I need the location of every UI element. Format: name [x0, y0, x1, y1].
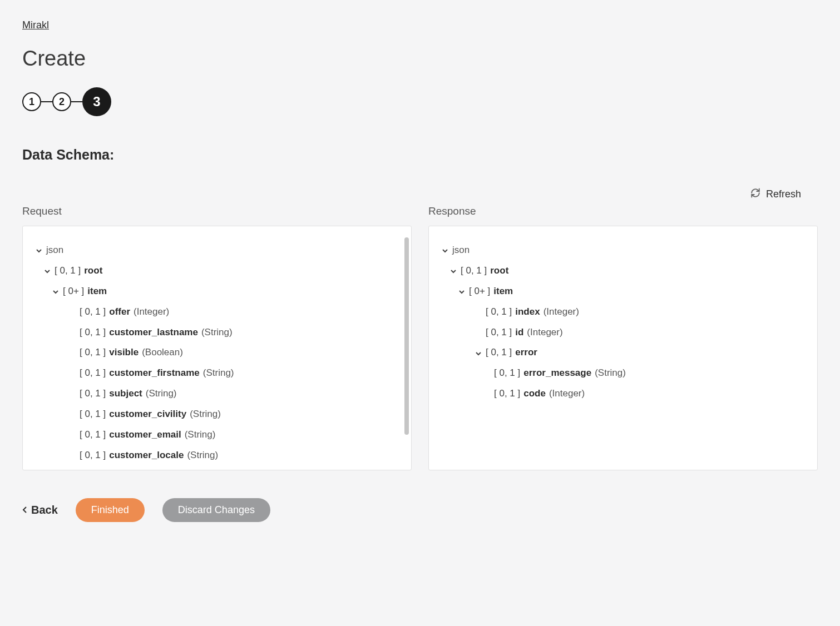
refresh-label: Refresh	[766, 188, 801, 200]
cardinality: [ 0, 1 ]	[55, 263, 81, 279]
chevron-down-icon[interactable]	[52, 289, 58, 294]
field-name: offer	[109, 304, 130, 320]
step-connector	[71, 101, 82, 102]
tree-node: [ 0, 1 ] customer_lastname (String)	[34, 322, 400, 343]
request-label: Request	[22, 205, 412, 217]
response-panel: json[ 0, 1 ] root[ 0+ ] item[ 0, 1 ] ind…	[428, 226, 818, 470]
cardinality: [ 0, 1 ]	[80, 406, 106, 423]
field-name: error	[515, 345, 537, 361]
cardinality: [ 0, 1 ]	[486, 304, 512, 320]
step-2[interactable]: 2	[52, 92, 71, 111]
cardinality: [ 0, 1 ]	[80, 345, 106, 361]
field-name: customer_firstname	[109, 365, 200, 381]
cardinality: [ 0, 1 ]	[486, 345, 512, 361]
field-type: (String)	[203, 365, 234, 381]
field-type: (String)	[595, 365, 626, 381]
breadcrumb-link[interactable]: Mirakl	[22, 19, 49, 31]
tree-node[interactable]: [ 0+ ] item	[440, 281, 806, 302]
request-panel: json[ 0, 1 ] root[ 0+ ] item[ 0, 1 ] off…	[22, 226, 412, 470]
field-name: subject	[109, 386, 142, 402]
cardinality: [ 0, 1 ]	[80, 304, 106, 320]
section-title: Data Schema:	[22, 147, 818, 163]
step-connector	[41, 101, 52, 102]
field-name: error_message	[523, 365, 591, 381]
chevron-left-icon	[22, 504, 28, 516]
tree-label: json	[46, 242, 63, 259]
response-label: Response	[428, 205, 818, 217]
chevron-down-icon[interactable]	[458, 289, 464, 294]
field-type: (Integer)	[134, 304, 169, 320]
field-name: item	[493, 284, 513, 300]
step-3[interactable]: 3	[82, 87, 111, 116]
field-type: (Integer)	[549, 386, 585, 402]
field-type: (String)	[135, 468, 166, 470]
field-type: (String)	[185, 427, 216, 443]
field-name: customer_email	[109, 427, 181, 443]
tree-node: [ 0, 1 ] customer_civility (String)	[34, 404, 400, 425]
field-type: (String)	[146, 386, 177, 402]
cardinality: [ 0, 1 ]	[461, 263, 487, 279]
field-type: (Boolean)	[142, 345, 183, 361]
chevron-down-icon[interactable]	[475, 350, 481, 356]
tree-node: [ 0, 1 ] customer_firstname (String)	[34, 363, 400, 384]
tree-node: [ 0, 1 ] code (Integer)	[440, 384, 806, 404]
refresh-button[interactable]: Refresh	[750, 188, 801, 201]
field-name: customer_lastname	[109, 325, 198, 341]
chevron-down-icon[interactable]	[450, 268, 456, 274]
tree-node: [ 0, 1 ] index (Integer)	[440, 302, 806, 322]
tree-node: [ 0, 1 ] body (String)	[34, 466, 400, 470]
chevron-down-icon[interactable]	[36, 247, 41, 253]
field-type: (String)	[201, 325, 233, 341]
scrollbar[interactable]	[404, 237, 409, 438]
finished-button[interactable]: Finished	[76, 498, 145, 522]
field-name: id	[515, 325, 523, 341]
tree-node[interactable]: [ 0, 1 ] root	[440, 261, 806, 281]
cardinality: [ 0, 1 ]	[494, 386, 520, 402]
tree-node[interactable]: json	[440, 240, 806, 261]
field-name: index	[515, 304, 540, 320]
cardinality: [ 0, 1 ]	[486, 325, 512, 341]
cardinality: [ 0, 1 ]	[80, 386, 106, 402]
field-type: (Integer)	[527, 325, 562, 341]
tree-node: [ 0, 1 ] subject (String)	[34, 384, 400, 404]
field-name: body	[109, 468, 132, 470]
field-type: (String)	[190, 406, 221, 423]
refresh-icon	[750, 188, 760, 201]
tree-node: [ 0, 1 ] offer (Integer)	[34, 302, 400, 322]
field-name: root	[84, 263, 102, 279]
cardinality: [ 0, 1 ]	[80, 365, 106, 381]
field-type: (Integer)	[543, 304, 579, 320]
cardinality: [ 0, 1 ]	[80, 427, 106, 443]
cardinality: [ 0+ ]	[63, 284, 84, 300]
field-name: code	[523, 386, 546, 402]
chevron-down-icon[interactable]	[44, 268, 50, 274]
tree-node[interactable]: [ 0, 1 ] root	[34, 261, 400, 281]
stepper: 1 2 3	[22, 87, 818, 116]
chevron-down-icon[interactable]	[442, 247, 447, 253]
field-name: customer_civility	[109, 406, 186, 423]
back-button[interactable]: Back	[22, 504, 58, 516]
cardinality: [ 0, 1 ]	[80, 325, 106, 341]
cardinality: [ 0, 1 ]	[494, 365, 520, 381]
tree-label: json	[452, 242, 470, 259]
field-name: customer_locale	[109, 448, 184, 464]
tree-node: [ 0, 1 ] id (Integer)	[440, 322, 806, 343]
tree-node: [ 0, 1 ] customer_email (String)	[34, 425, 400, 445]
step-1[interactable]: 1	[22, 92, 41, 111]
field-name: root	[490, 263, 508, 279]
field-name: visible	[109, 345, 139, 361]
tree-node[interactable]: [ 0+ ] item	[34, 281, 400, 302]
cardinality: [ 0, 1 ]	[80, 468, 106, 470]
cardinality: [ 0, 1 ]	[80, 448, 106, 464]
tree-node[interactable]: json	[34, 240, 400, 261]
cardinality: [ 0+ ]	[469, 284, 490, 300]
tree-node: [ 0, 1 ] customer_locale (String)	[34, 445, 400, 466]
tree-node[interactable]: [ 0, 1 ] error	[440, 342, 806, 363]
discard-button[interactable]: Discard Changes	[162, 498, 270, 522]
tree-node: [ 0, 1 ] visible (Boolean)	[34, 342, 400, 363]
field-name: item	[87, 284, 107, 300]
field-type: (String)	[187, 448, 218, 464]
back-label: Back	[31, 504, 58, 516]
page-title: Create	[22, 47, 818, 71]
tree-node: [ 0, 1 ] error_message (String)	[440, 363, 806, 384]
